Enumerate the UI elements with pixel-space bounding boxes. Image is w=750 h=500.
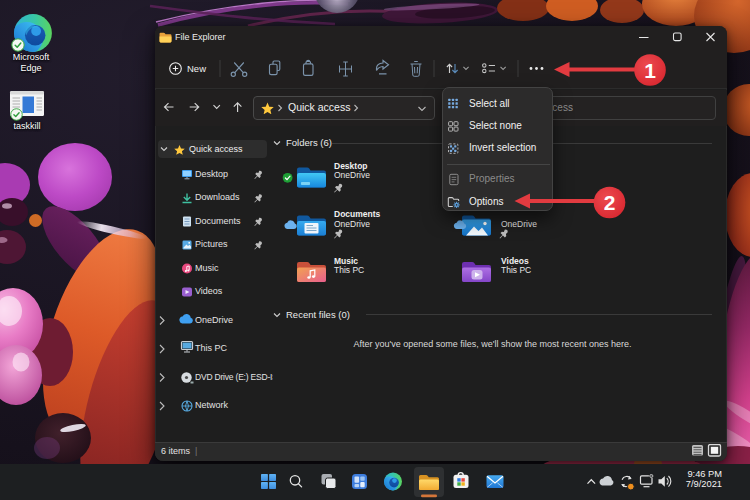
svg-text:New: New <box>187 63 206 74</box>
